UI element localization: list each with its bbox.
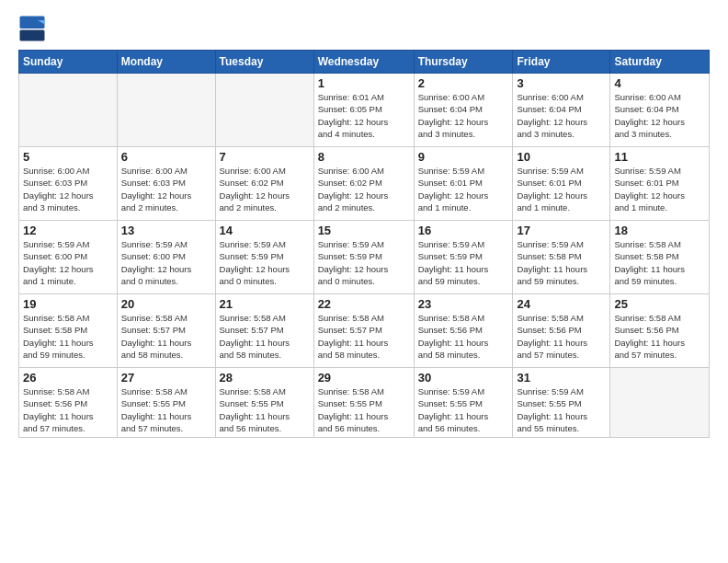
calendar-day-cell: 27Sunrise: 5:58 AM Sunset: 5:55 PM Dayli… bbox=[117, 368, 215, 438]
weekday-header: Saturday bbox=[610, 51, 710, 74]
day-number: 1 bbox=[318, 76, 410, 90]
calendar-day-cell: 16Sunrise: 5:59 AM Sunset: 5:59 PM Dayli… bbox=[414, 221, 513, 294]
day-number: 14 bbox=[220, 224, 310, 237]
calendar-day-cell: 28Sunrise: 5:58 AM Sunset: 5:55 PM Dayli… bbox=[215, 368, 313, 438]
calendar-day-cell: 25Sunrise: 5:58 AM Sunset: 5:56 PM Dayli… bbox=[610, 294, 710, 368]
calendar-day-cell: 1Sunrise: 6:01 AM Sunset: 6:05 PM Daylig… bbox=[313, 74, 414, 147]
calendar-day-cell: 29Sunrise: 5:58 AM Sunset: 5:55 PM Dayli… bbox=[313, 368, 414, 438]
day-info: Sunrise: 5:59 AM Sunset: 6:00 PM Dayligh… bbox=[23, 238, 113, 287]
day-number: 24 bbox=[517, 297, 606, 311]
day-number: 2 bbox=[418, 76, 509, 90]
day-info: Sunrise: 5:59 AM Sunset: 5:55 PM Dayligh… bbox=[517, 385, 606, 434]
calendar-week-row: 5Sunrise: 6:00 AM Sunset: 6:03 PM Daylig… bbox=[19, 147, 710, 221]
day-number: 23 bbox=[418, 297, 509, 311]
calendar-day-cell: 14Sunrise: 5:59 AM Sunset: 5:59 PM Dayli… bbox=[215, 221, 313, 294]
day-number: 16 bbox=[418, 224, 509, 237]
day-number: 19 bbox=[23, 297, 113, 311]
day-info: Sunrise: 6:00 AM Sunset: 6:02 PM Dayligh… bbox=[220, 165, 310, 213]
day-info: Sunrise: 6:00 AM Sunset: 6:02 PM Dayligh… bbox=[318, 165, 410, 213]
day-number: 8 bbox=[318, 150, 410, 164]
day-number: 13 bbox=[121, 224, 211, 237]
calendar-day-cell: 26Sunrise: 5:58 AM Sunset: 5:56 PM Dayli… bbox=[19, 368, 118, 438]
day-number: 10 bbox=[517, 150, 606, 164]
calendar-day-cell: 9Sunrise: 5:59 AM Sunset: 6:01 PM Daylig… bbox=[414, 147, 513, 221]
calendar-day-cell: 22Sunrise: 5:58 AM Sunset: 5:57 PM Dayli… bbox=[313, 294, 414, 368]
day-info: Sunrise: 6:00 AM Sunset: 6:04 PM Dayligh… bbox=[418, 91, 509, 140]
calendar-day-cell: 12Sunrise: 5:59 AM Sunset: 6:00 PM Dayli… bbox=[19, 221, 118, 294]
calendar-week-row: 12Sunrise: 5:59 AM Sunset: 6:00 PM Dayli… bbox=[19, 221, 710, 294]
day-number: 17 bbox=[517, 224, 606, 237]
svg-rect-0 bbox=[20, 17, 45, 29]
calendar-day-cell bbox=[610, 368, 710, 438]
weekday-header: Friday bbox=[513, 51, 610, 74]
day-number: 7 bbox=[220, 150, 310, 164]
day-number: 9 bbox=[418, 150, 509, 164]
day-info: Sunrise: 5:58 AM Sunset: 5:55 PM Dayligh… bbox=[318, 385, 410, 434]
day-info: Sunrise: 5:59 AM Sunset: 5:59 PM Dayligh… bbox=[318, 238, 410, 287]
calendar-day-cell: 11Sunrise: 5:59 AM Sunset: 6:01 PM Dayli… bbox=[610, 147, 710, 221]
day-info: Sunrise: 5:58 AM Sunset: 5:56 PM Dayligh… bbox=[517, 312, 606, 361]
calendar-header-row: SundayMondayTuesdayWednesdayThursdayFrid… bbox=[19, 51, 710, 74]
calendar-day-cell: 30Sunrise: 5:59 AM Sunset: 5:55 PM Dayli… bbox=[414, 368, 513, 438]
calendar-day-cell: 21Sunrise: 5:58 AM Sunset: 5:57 PM Dayli… bbox=[215, 294, 313, 368]
calendar-day-cell: 6Sunrise: 6:00 AM Sunset: 6:03 PM Daylig… bbox=[117, 147, 215, 221]
calendar-table: SundayMondayTuesdayWednesdayThursdayFrid… bbox=[18, 50, 710, 438]
day-info: Sunrise: 5:58 AM Sunset: 5:55 PM Dayligh… bbox=[121, 385, 211, 434]
day-number: 30 bbox=[418, 371, 509, 385]
calendar-day-cell: 7Sunrise: 6:00 AM Sunset: 6:02 PM Daylig… bbox=[215, 147, 313, 221]
calendar-day-cell: 23Sunrise: 5:58 AM Sunset: 5:56 PM Dayli… bbox=[414, 294, 513, 368]
calendar-day-cell: 17Sunrise: 5:59 AM Sunset: 5:58 PM Dayli… bbox=[513, 221, 610, 294]
calendar-day-cell: 31Sunrise: 5:59 AM Sunset: 5:55 PM Dayli… bbox=[513, 368, 610, 438]
day-info: Sunrise: 5:58 AM Sunset: 5:58 PM Dayligh… bbox=[614, 238, 705, 287]
calendar-day-cell: 15Sunrise: 5:59 AM Sunset: 5:59 PM Dayli… bbox=[313, 221, 414, 294]
day-info: Sunrise: 5:58 AM Sunset: 5:56 PM Dayligh… bbox=[23, 385, 113, 434]
day-number: 20 bbox=[121, 297, 211, 311]
day-number: 22 bbox=[318, 297, 410, 311]
day-info: Sunrise: 5:58 AM Sunset: 5:55 PM Dayligh… bbox=[220, 385, 310, 434]
day-info: Sunrise: 5:58 AM Sunset: 5:57 PM Dayligh… bbox=[318, 312, 410, 361]
day-info: Sunrise: 5:58 AM Sunset: 5:58 PM Dayligh… bbox=[23, 312, 113, 361]
day-number: 4 bbox=[614, 76, 705, 90]
day-info: Sunrise: 6:00 AM Sunset: 6:03 PM Dayligh… bbox=[121, 165, 211, 213]
calendar-day-cell bbox=[117, 74, 215, 147]
day-info: Sunrise: 5:59 AM Sunset: 6:01 PM Dayligh… bbox=[418, 165, 509, 213]
day-number: 3 bbox=[517, 76, 606, 90]
day-number: 6 bbox=[121, 150, 211, 164]
day-info: Sunrise: 5:59 AM Sunset: 5:58 PM Dayligh… bbox=[517, 238, 606, 287]
calendar-day-cell: 2Sunrise: 6:00 AM Sunset: 6:04 PM Daylig… bbox=[414, 74, 513, 147]
logo bbox=[18, 15, 50, 42]
day-info: Sunrise: 6:00 AM Sunset: 6:03 PM Dayligh… bbox=[23, 165, 113, 213]
calendar-day-cell: 8Sunrise: 6:00 AM Sunset: 6:02 PM Daylig… bbox=[313, 147, 414, 221]
calendar-day-cell bbox=[19, 74, 118, 147]
day-info: Sunrise: 5:59 AM Sunset: 6:01 PM Dayligh… bbox=[517, 165, 606, 213]
day-number: 31 bbox=[517, 371, 606, 385]
calendar-day-cell: 3Sunrise: 6:00 AM Sunset: 6:04 PM Daylig… bbox=[513, 74, 610, 147]
day-info: Sunrise: 5:59 AM Sunset: 6:00 PM Dayligh… bbox=[121, 238, 211, 287]
svg-rect-1 bbox=[20, 30, 45, 41]
day-number: 29 bbox=[318, 371, 410, 385]
calendar-day-cell: 19Sunrise: 5:58 AM Sunset: 5:58 PM Dayli… bbox=[19, 294, 118, 368]
day-info: Sunrise: 5:59 AM Sunset: 5:55 PM Dayligh… bbox=[418, 385, 509, 434]
day-info: Sunrise: 5:58 AM Sunset: 5:57 PM Dayligh… bbox=[121, 312, 211, 361]
calendar-day-cell bbox=[215, 74, 313, 147]
calendar-day-cell: 24Sunrise: 5:58 AM Sunset: 5:56 PM Dayli… bbox=[513, 294, 610, 368]
day-info: Sunrise: 5:59 AM Sunset: 5:59 PM Dayligh… bbox=[220, 238, 310, 287]
day-number: 12 bbox=[23, 224, 113, 237]
day-number: 21 bbox=[220, 297, 310, 311]
day-number: 28 bbox=[220, 371, 310, 385]
calendar-day-cell: 20Sunrise: 5:58 AM Sunset: 5:57 PM Dayli… bbox=[117, 294, 215, 368]
weekday-header: Wednesday bbox=[313, 51, 414, 74]
day-info: Sunrise: 5:58 AM Sunset: 5:56 PM Dayligh… bbox=[418, 312, 509, 361]
day-number: 27 bbox=[121, 371, 211, 385]
day-info: Sunrise: 5:58 AM Sunset: 5:57 PM Dayligh… bbox=[220, 312, 310, 361]
calendar-week-row: 26Sunrise: 5:58 AM Sunset: 5:56 PM Dayli… bbox=[19, 368, 710, 438]
page: SundayMondayTuesdayWednesdayThursdayFrid… bbox=[0, 0, 728, 563]
calendar-day-cell: 10Sunrise: 5:59 AM Sunset: 6:01 PM Dayli… bbox=[513, 147, 610, 221]
day-number: 25 bbox=[614, 297, 705, 311]
day-number: 15 bbox=[318, 224, 410, 237]
day-number: 26 bbox=[23, 371, 113, 385]
logo-icon bbox=[18, 15, 46, 42]
day-info: Sunrise: 5:59 AM Sunset: 5:59 PM Dayligh… bbox=[418, 238, 509, 287]
calendar-week-row: 19Sunrise: 5:58 AM Sunset: 5:58 PM Dayli… bbox=[19, 294, 710, 368]
day-info: Sunrise: 6:01 AM Sunset: 6:05 PM Dayligh… bbox=[318, 91, 410, 140]
